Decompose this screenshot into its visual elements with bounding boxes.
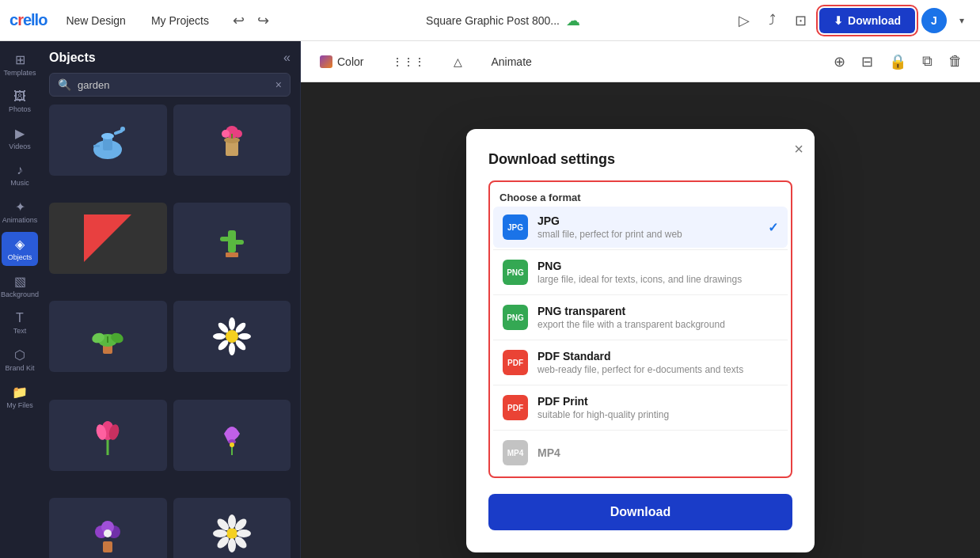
size-tool[interactable]: △ [447,52,469,71]
format-option-pdf-print[interactable]: PDF PDF Print suitable for high-quality … [493,387,788,428]
duplicate-button[interactable]: ⧉ [917,50,937,74]
collapse-panel-button[interactable]: « [283,51,291,65]
sidebar-item-templates[interactable]: ⊞ Templates [2,47,38,82]
search-clear-button[interactable]: × [275,78,282,91]
search-input[interactable] [78,79,269,91]
effects-tool[interactable]: ⋮⋮⋮ [386,52,431,71]
sidebar-item-brand-kit[interactable]: ⬡ Brand Kit [2,343,38,377]
share-button[interactable]: ⤴ [762,9,782,32]
sidebar-item-label-animations: Animations [2,216,38,224]
sidebar-item-label-music: Music [10,179,29,187]
download-button[interactable]: ⬇ Download [819,8,915,33]
modal-overlay: × Download settings Choose a format JPG … [301,82,980,558]
svg-point-46 [213,530,227,537]
mp4-name: MP4 [537,446,778,459]
sidebar-item-photos[interactable]: 🖼 Photos [2,85,38,118]
sidebar-item-videos[interactable]: ▶ Videos [2,121,38,155]
page-wrapper: crello New Design My Projects ↩ ↪ Square… [0,0,980,558]
videos-icon: ▶ [15,126,25,141]
sidebar-item-animations[interactable]: ✦ Animations [2,195,38,229]
jpg-desc: small file, perfect for print and web [537,229,758,240]
svg-point-4 [120,127,125,131]
panel-header: Objects « [49,51,291,65]
format-option-png-transparent[interactable]: PNG PNG transparent export the file with… [493,297,788,338]
modal-close-button[interactable]: × [794,140,803,158]
object-item-red-shape[interactable] [49,203,167,274]
format-option-png[interactable]: PNG PNG large file, ideal for texts, ico… [493,252,788,293]
svg-rect-5 [93,145,100,147]
sidebar-item-text[interactable]: T Text [2,306,38,340]
svg-point-10 [234,130,242,138]
format-section-label: Choose a format [493,185,788,207]
editor-layout: ⊞ Templates 🖼 Photos ▶ Videos ♪ Music ✦ … [0,41,980,558]
animate-tool[interactable]: Animate [484,52,537,71]
sidebar-item-label-text: Text [13,327,27,335]
my-files-icon: 📁 [12,385,28,400]
svg-marker-12 [84,214,131,262]
sidebar-item-label-objects: Objects [8,253,32,261]
present-button[interactable]: ▷ [732,9,756,32]
png-transparent-icon: PNG [503,305,528,330]
object-item-white-flower[interactable] [173,498,291,558]
modal-title: Download settings [488,151,792,168]
pdf-standard-info: PDF Standard web-ready file, perfect for… [537,350,778,375]
svg-point-9 [222,130,230,138]
background-icon: ▧ [14,274,26,289]
sidebar-item-my-files[interactable]: 📁 My Files [2,380,38,414]
object-item-daisy[interactable] [173,301,291,372]
svg-point-44 [228,514,236,529]
svg-rect-38 [103,541,112,552]
undo-button[interactable]: ↩ [228,10,249,31]
divider-2 [493,294,788,295]
svg-point-47 [237,530,251,537]
align-button[interactable]: ⊟ [857,50,878,74]
avatar-chevron[interactable]: ▾ [953,12,971,29]
sidebar-item-music[interactable]: ♪ Music [2,158,38,192]
format-option-jpg[interactable]: JPG JPG small file, perfect for print an… [493,207,788,248]
sidebar-item-label-brand-kit: Brand Kit [5,364,34,372]
svg-point-42 [104,530,112,537]
object-item-cactus[interactable] [173,203,291,274]
animate-tool-label: Animate [491,55,531,68]
modal-download-button[interactable]: Download [488,494,792,530]
avatar[interactable]: J [921,8,947,33]
redo-button[interactable]: ↪ [253,10,274,31]
lock-button[interactable]: 🔒 [884,50,911,74]
jpg-icon: JPG [503,214,528,240]
sidebar-item-background[interactable]: ▧ Background [2,269,38,303]
canvas-content: Download Your Design × Download settings… [301,82,980,558]
object-item-tulip[interactable] [49,400,167,471]
object-item-watering-can[interactable] [49,104,167,176]
nav-center: Square Graphic Post 800... ☁ [287,12,720,29]
nav-right: ▷ ⤴ ⊡ ⬇ Download J ▾ [732,8,971,33]
mp4-info: MP4 [537,446,778,459]
png-icon: PNG [503,260,528,285]
responsive-button[interactable]: ⊡ [788,9,813,32]
sidebar-item-objects[interactable]: ◈ Objects [2,232,38,266]
search-box: 🔍 × [49,73,291,97]
brand-kit-icon: ⬡ [14,347,25,363]
object-item-bell-flower[interactable] [173,400,291,471]
pdf-standard-desc: web-ready file, perfect for e-documents … [537,364,778,375]
my-projects-button[interactable]: My Projects [145,11,215,30]
new-design-button[interactable]: New Design [59,11,131,30]
layers-button[interactable]: ⊕ [829,50,850,74]
undo-redo-group: ↩ ↪ [228,10,274,31]
sidebar-item-label-videos: Videos [9,142,30,150]
object-item-plant[interactable] [49,301,167,372]
divider-1 [493,249,788,250]
objects-panel: Objects « 🔍 × [40,41,301,558]
jpg-name: JPG [537,214,758,227]
delete-button[interactable]: 🗑 [944,50,967,74]
effects-icon: ⋮⋮⋮ [392,55,425,68]
png-name: PNG [537,260,778,272]
svg-point-24 [229,343,235,355]
format-option-mp4[interactable]: MP4 MP4 [493,432,788,473]
app-logo[interactable]: crello [9,11,47,29]
color-tool[interactable]: Color [313,52,370,71]
object-item-flower-pot[interactable] [173,104,291,176]
object-item-purple-flowers[interactable] [49,498,167,558]
svg-point-23 [229,317,235,330]
format-option-pdf-standard[interactable]: PDF PDF Standard web-ready file, perfect… [493,342,788,383]
download-settings-modal: × Download settings Choose a format JPG … [466,129,815,552]
